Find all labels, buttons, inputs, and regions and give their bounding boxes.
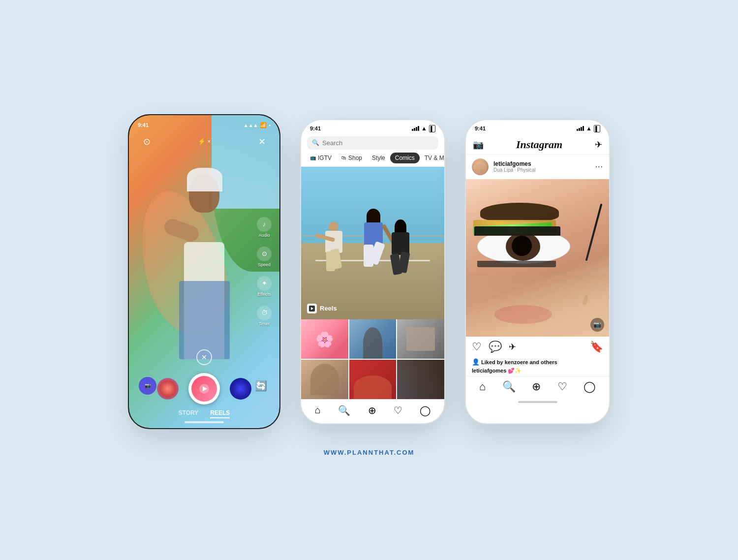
like-button[interactable]: ♡ [472, 341, 482, 353]
person-jeans [179, 281, 230, 359]
time-label-feed: 9:41 [475, 125, 486, 131]
tv-label: TV & Movie [425, 155, 444, 161]
grid-cell-3[interactable] [397, 319, 444, 359]
send-top-icon[interactable]: ✈ [595, 139, 602, 150]
signal-icon: ▲▲▲ [244, 123, 258, 128]
nav-profile-icon[interactable]: ◯ [420, 404, 430, 416]
more-options-button[interactable]: ··· [595, 162, 603, 171]
effect-button-2[interactable] [230, 378, 251, 400]
share-button[interactable]: ✈ [509, 342, 516, 352]
nav-heart-icon[interactable]: ♡ [394, 404, 402, 416]
subtitle: Dua Lipa · Physical [493, 167, 536, 173]
reels-text: Reels [320, 305, 337, 312]
reels-tab[interactable]: REELS [210, 409, 230, 418]
filter-tab-tvmovie[interactable]: TV & Movie [420, 153, 444, 163]
skateboard-shape [406, 327, 434, 351]
filter-tab-igtv[interactable]: 📺 IGTV [305, 153, 337, 163]
filter-tab-style[interactable]: Style [367, 153, 390, 163]
comment-button[interactable]: 💬 [489, 341, 502, 353]
speed-control[interactable]: ⊙ Speed [257, 247, 272, 267]
signal-bars-explore [412, 126, 419, 131]
bookmark-button[interactable]: 🔖 [590, 341, 603, 353]
grid-cell-4[interactable] [301, 360, 348, 399]
bottom-nav-explore: ⌂ 🔍 ⊕ ♡ ◯ [301, 399, 444, 423]
capture-inner [191, 376, 217, 402]
nav-heart-feed[interactable]: ♡ [557, 380, 567, 393]
dancer-right [390, 223, 412, 282]
user-info: leticiafgomes Dua Lipa · Physical [493, 160, 536, 173]
instagram-logo-camera: 📷 [139, 377, 156, 395]
grid-cell-2[interactable] [349, 319, 397, 359]
shop-label: Shop [348, 155, 362, 161]
flash-off-icon[interactable]: ⚡× [198, 138, 211, 145]
phones-container: 9:41 ▲▲▲ 📶 ▪ ⊙ ⚡× ✕ ♪ Audio [128, 114, 610, 429]
dancer-shirt-3 [392, 232, 409, 255]
audio-control[interactable]: ♪ Audio [257, 217, 272, 238]
settings-icon[interactable]: ⊙ [139, 134, 154, 150]
username: leticiafgomes [493, 160, 536, 167]
liked-by: 👤 Liked by kenzoere and others [466, 357, 609, 367]
effect-button-1[interactable] [157, 378, 179, 400]
close-icon[interactable]: ✕ [254, 134, 270, 150]
capture-button[interactable] [188, 373, 220, 404]
wifi-icon-feed: ▲ [586, 125, 592, 132]
main-reels-image: Reels [301, 167, 444, 319]
reels-label: Reels [307, 304, 337, 313]
save-overlay-icon[interactable]: 📷 [590, 318, 604, 332]
nav-home-icon[interactable]: ⌂ [315, 404, 321, 416]
search-icon: 🔍 [312, 139, 319, 146]
actions-bar: ♡ 💬 ✈ 🔖 [466, 337, 609, 357]
nav-search-feed[interactable]: 🔍 [502, 380, 516, 393]
battery-icon-explore: ▌ [429, 125, 435, 132]
home-indicator-feed [466, 398, 609, 405]
story-tab[interactable]: STORY [179, 409, 199, 418]
post-caption: leticiafgomes 💕✨ [466, 367, 609, 376]
user-avatar[interactable] [472, 158, 489, 175]
speed-label: Speed [258, 262, 271, 267]
filter-tab-shop[interactable]: 🛍 Shop [337, 153, 367, 163]
grid-cell-5[interactable] [349, 360, 397, 399]
home-indicator-explore [301, 423, 444, 424]
search-bar[interactable]: 🔍 [307, 136, 438, 150]
reels-icon [307, 304, 317, 313]
nav-home-feed[interactable]: ⌂ [479, 380, 486, 393]
discard-button[interactable]: ✕ [196, 349, 212, 365]
lips [494, 305, 552, 324]
wifi-icon: 📶 [260, 122, 267, 128]
bottom-nav-feed: ⌂ 🔍 ⊕ ♡ ◯ [466, 376, 609, 398]
effects-control[interactable]: ✦ Effects [257, 276, 272, 297]
time-label-explore: 9:41 [310, 125, 321, 131]
person-shape-4 [310, 364, 338, 395]
eyelashes-bottom [477, 261, 556, 267]
grid-cell-1[interactable] [301, 319, 348, 359]
person-hat [187, 168, 222, 191]
lower-face [466, 274, 609, 337]
person-arm [162, 217, 201, 244]
igtv-label: IGTV [318, 155, 332, 161]
nav-search-icon[interactable]: 🔍 [338, 404, 350, 416]
mode-tabs: STORY REELS [179, 409, 230, 418]
avatar-face-inner [473, 161, 487, 175]
filter-tab-comics[interactable]: Comics [390, 153, 420, 163]
grid-cell-6[interactable] [397, 360, 444, 399]
nav-profile-feed[interactable]: ◯ [584, 380, 596, 393]
phone-camera: 9:41 ▲▲▲ 📶 ▪ ⊙ ⚡× ✕ ♪ Audio [128, 114, 280, 429]
eyelashes-top [474, 226, 560, 236]
search-input[interactable] [322, 139, 433, 147]
camera-top-icon[interactable]: 📷 [473, 139, 484, 150]
time-label: 9:41 [138, 122, 149, 128]
dancer-center [361, 213, 386, 277]
timer-control[interactable]: ⏱ Timer [257, 306, 272, 326]
phone-explore: 9:41 ▲ ▌ 🔍 📺 IGTV [300, 119, 445, 424]
status-icons-explore: ▲ ▌ [412, 125, 435, 132]
timer-icon: ⏱ [257, 306, 272, 320]
home-bar-feed [518, 401, 557, 403]
audio-icon: ♪ [257, 217, 272, 232]
camera-side-controls: ♪ Audio ⊙ Speed ✦ Effects ⏱ Timer [257, 217, 272, 326]
likes-avatar-icon: 👤 [472, 358, 480, 366]
nav-add-icon[interactable]: ⊕ [368, 404, 376, 416]
dancer-left [323, 222, 345, 281]
camera-top-bar: ⊙ ⚡× ✕ [129, 134, 279, 150]
nav-add-feed[interactable]: ⊕ [532, 380, 541, 393]
flip-camera-button[interactable]: 🔄 [252, 377, 270, 395]
